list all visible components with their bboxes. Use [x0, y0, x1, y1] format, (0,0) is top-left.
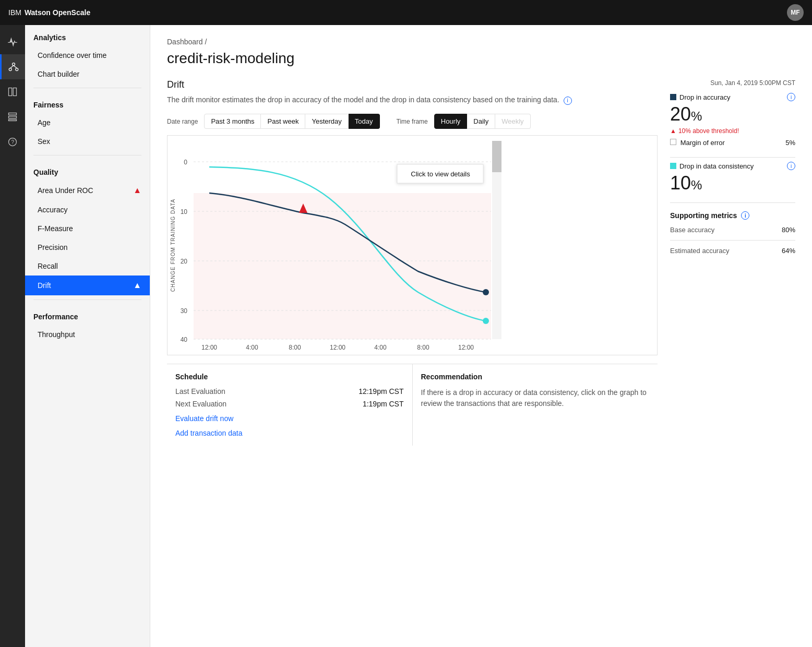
content-layout: Drift The drift monitor estimates the dr… — [167, 79, 795, 446]
svg-text:4:00: 4:00 — [374, 344, 387, 351]
analytics-section: Analytics — [25, 25, 150, 46]
next-eval-label: Next Evaluation — [175, 400, 226, 408]
svg-text:40: 40 — [181, 336, 188, 343]
breadcrumb[interactable]: Dashboard / — [167, 38, 795, 46]
nav-compare-icon[interactable] — [0, 79, 25, 104]
recommendation-text: If there is a drop in accuracy or data c… — [421, 387, 650, 409]
consistency-swatch — [670, 163, 676, 169]
svg-point-25 — [483, 318, 489, 324]
btn-hourly[interactable]: Hourly — [434, 114, 468, 129]
sidebar-item-throughput[interactable]: Throughput — [25, 325, 150, 344]
accuracy-swatch — [670, 94, 676, 100]
svg-text:8:00: 8:00 — [417, 344, 429, 351]
svg-rect-7 — [9, 113, 17, 115]
divider-quality — [33, 299, 141, 300]
supporting-title: Supporting metrics i — [670, 211, 795, 220]
sidebar-item-fmeasure[interactable]: F-Measure — [25, 219, 150, 238]
accuracy-info-icon[interactable]: i — [787, 93, 795, 101]
svg-rect-5 — [9, 88, 12, 96]
svg-text:30: 30 — [181, 307, 188, 315]
svg-text:8:00: 8:00 — [289, 344, 301, 351]
sidebar-item-accuracy[interactable]: Accuracy — [25, 200, 150, 219]
breadcrumb-parent[interactable]: Dashboard — [167, 38, 203, 46]
svg-text:12:00: 12:00 — [458, 344, 474, 351]
btn-past3months[interactable]: Past 3 months — [204, 114, 261, 129]
drift-description: The drift monitor estimates the drop in … — [167, 94, 658, 105]
svg-text:12:00: 12:00 — [330, 344, 345, 351]
svg-text:0: 0 — [184, 159, 187, 166]
next-evaluation-row: Next Evaluation 1:19pm CST — [175, 400, 404, 408]
divider-fairness — [33, 155, 141, 155]
alert-triangle-icon: ▲ — [670, 127, 676, 135]
svg-line-3 — [10, 66, 13, 68]
drop-accuracy-header: Drop in accuracy i — [670, 93, 795, 101]
svg-point-0 — [12, 63, 15, 66]
nav-pulse-icon[interactable] — [0, 29, 25, 54]
drop-consistency-indicator: Drop in data consistency — [670, 162, 754, 170]
top-nav: IBM Watson OpenScale MF — [0, 0, 812, 25]
sidebar-item-drift[interactable]: Drift ▲ — [25, 275, 150, 295]
evaluate-drift-link[interactable]: Evaluate drift now — [175, 414, 404, 423]
divider-metrics-1 — [670, 157, 795, 158]
breadcrumb-separator: / — [205, 38, 207, 46]
sidebar-item-confidence[interactable]: Confidence over time — [25, 46, 150, 65]
drift-title: Drift — [167, 79, 658, 90]
metrics-panel: Sun, Jan 4, 2019 5:00PM CST Drop in accu… — [670, 79, 795, 446]
consistency-info-icon[interactable]: i — [787, 162, 795, 170]
supporting-metrics: Supporting metrics i Base accuracy 80% E… — [670, 211, 795, 257]
last-evaluation-row: Last Evaluation 12:19pm CST — [175, 387, 404, 396]
user-avatar[interactable]: MF — [787, 4, 804, 21]
performance-section: Performance — [25, 304, 150, 325]
sidebar-item-chart-builder[interactable]: Chart builder — [25, 65, 150, 83]
metric-timestamp: Sun, Jan 4, 2019 5:00PM CST — [670, 79, 795, 87]
svg-text:Click to view details: Click to view details — [411, 170, 470, 178]
date-range-group: Date range Past 3 months Past week Yeste… — [167, 114, 380, 129]
svg-rect-13 — [194, 193, 491, 339]
svg-rect-8 — [9, 116, 17, 118]
drop-accuracy-indicator: Drop in accuracy — [670, 93, 731, 101]
controls-row: Date range Past 3 months Past week Yeste… — [167, 114, 658, 129]
recommendation-panel: Recommendation If there is a drop in acc… — [413, 364, 658, 446]
fairness-section: Fairness — [25, 92, 150, 113]
btn-daily[interactable]: Daily — [467, 114, 495, 129]
sidebar: Analytics Confidence over time Chart bui… — [25, 25, 150, 647]
chart-inner: 0 10 20 30 40 CHANGE FROM TRAINING DATA — [168, 136, 657, 355]
supporting-info-icon[interactable]: i — [741, 211, 749, 220]
nav-catalog-icon[interactable] — [0, 104, 25, 129]
nav-help-icon[interactable]: ? — [0, 129, 25, 154]
drift-info-icon[interactable]: i — [564, 97, 572, 105]
svg-text:CHANGE FROM TRAINING DATA: CHANGE FROM TRAINING DATA — [170, 199, 176, 292]
svg-text:12:00: 12:00 — [201, 344, 217, 351]
svg-point-26 — [483, 289, 489, 295]
sidebar-item-sex[interactable]: Sex — [25, 132, 150, 151]
brand-watson: Watson OpenScale — [25, 8, 90, 17]
btn-pastweek[interactable]: Past week — [261, 114, 305, 129]
sidebar-item-precision[interactable]: Precision — [25, 238, 150, 257]
last-eval-value: 12:19pm CST — [359, 387, 403, 396]
estimated-accuracy-row: Estimated accuracy 64% — [670, 245, 795, 257]
drop-consistency-header: Drop in data consistency i — [670, 162, 795, 170]
nav-models-icon[interactable] — [0, 54, 25, 79]
date-range-buttons: Past 3 months Past week Yesterday Today — [204, 114, 379, 129]
svg-text:10: 10 — [181, 208, 188, 215]
main-content: Dashboard / credit-risk-modeling Drift T… — [150, 25, 812, 647]
btn-today[interactable]: Today — [349, 114, 380, 129]
schedule-panel: Schedule Last Evaluation 12:19pm CST Nex… — [167, 364, 413, 446]
brand: IBM Watson OpenScale — [8, 8, 90, 17]
drop-accuracy-value: 20% — [670, 103, 795, 125]
auc-alert-icon: ▲ — [133, 186, 141, 195]
sidebar-item-auc[interactable]: Area Under ROC ▲ — [25, 181, 150, 200]
svg-text:20: 20 — [181, 258, 188, 265]
sidebar-item-age[interactable]: Age — [25, 113, 150, 132]
bottom-row: Schedule Last Evaluation 12:19pm CST Nex… — [167, 364, 658, 446]
svg-text:?: ? — [11, 139, 15, 145]
sidebar-item-recall[interactable]: Recall — [25, 257, 150, 275]
last-eval-label: Last Evaluation — [175, 387, 225, 396]
chart-svg[interactable]: 0 10 20 30 40 CHANGE FROM TRAINING DATA — [168, 136, 501, 355]
svg-point-1 — [9, 68, 11, 71]
btn-yesterday[interactable]: Yesterday — [305, 114, 348, 129]
svg-line-4 — [14, 66, 17, 68]
svg-text:4:00: 4:00 — [246, 344, 258, 351]
add-transaction-link[interactable]: Add transaction data — [175, 429, 404, 437]
drift-chart[interactable]: 0 10 20 30 40 CHANGE FROM TRAINING DATA — [167, 135, 658, 355]
